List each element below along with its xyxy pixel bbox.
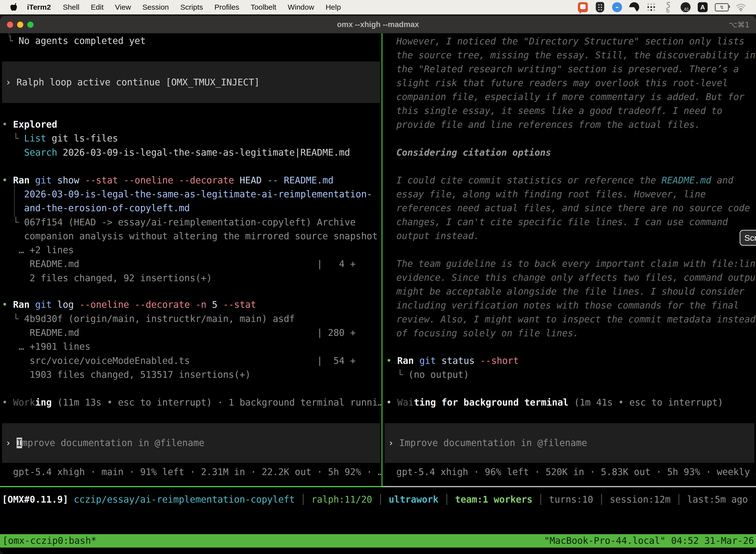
explored-search-line: Search 2026-03-09-is-legal-the-same-as-l… (2, 146, 350, 160)
git-log-output-3: … +1901 lines (2, 340, 90, 354)
left-pane[interactable]: └ No agents completed yet › Ralph loop a… (0, 33, 381, 486)
git-show-output-3: … +2 lines (2, 243, 74, 257)
menu-window[interactable]: Window (282, 3, 320, 11)
working-status-line: • Working (11m 13s • esc to interrupt) ·… (2, 396, 381, 409)
text-cursor: I (17, 438, 22, 448)
omx-version: [OMX#0.11.9] (2, 494, 68, 505)
thinking-paragraph-line: evidence. Since this change only affects… (396, 271, 756, 285)
git-log-output-5: 1903 files changed, 513517 insertions(+) (2, 368, 251, 382)
tmux-status-bar: [omx-cczip0:bash* "MacBook-Pro-44.local"… (0, 534, 756, 548)
prompt-input-right[interactable]: › Improve documentation in @filename (385, 423, 754, 463)
menu-iterm2[interactable]: iTerm2 (21, 3, 57, 11)
thinking-paragraph-line: including verification notes with those … (396, 298, 739, 313)
timer-badge-icon[interactable]: ..61 (681, 2, 691, 12)
thinking-paragraph-line: the "Related research writing" section i… (396, 62, 739, 76)
crescent-pie-icon[interactable] (629, 2, 639, 12)
omx-session: session:12m (610, 494, 671, 505)
git-log-output-1: └ 4b9d30f (origin/main, instructkr/main,… (2, 312, 295, 326)
thinking-paragraph-line: references need actual files, and since … (396, 201, 750, 215)
explored-header: • Explored (2, 118, 57, 131)
thinking-paragraph-line: review. Also, I might want to inspect th… (396, 313, 756, 326)
omx-turns: turns:10 (549, 494, 593, 505)
pane-border-bottom-right (382, 486, 756, 487)
omx-mode: ultrawork (389, 494, 438, 505)
thinking-paragraph-line: essay file, along with finding root file… (396, 187, 706, 201)
git-show-arg-wrap1: 2026-03-09-is-legal-the-same-as-legitima… (2, 187, 372, 201)
git-show-arg-wrap2: and-the-erosion-of-copyleft.md (2, 201, 190, 215)
prompt-input-right-text: › Improve documentation in @filename (388, 436, 587, 450)
dots-grid-icon[interactable] (646, 2, 656, 12)
explored-list-line: └ List git ls-files (2, 131, 118, 146)
thinking-paragraph-line: output instead. (396, 229, 479, 243)
apple-menu-icon[interactable] (9, 2, 18, 12)
thinking-paragraph-line: I could cite commit statistics or refere… (396, 173, 734, 187)
wifi-icon[interactable] (736, 2, 746, 12)
thinking-paragraph-line: companion file, especially if more comme… (396, 90, 744, 104)
menu-shell[interactable]: Shell (57, 3, 85, 11)
prompt-input-left-text: › Improve documentation in @filename (5, 436, 204, 450)
menu-bar: iTerm2 Shell Edit View Session Scripts P… (0, 0, 756, 14)
tool-call-git-status: • Ran git status --short (386, 354, 519, 368)
menu-edit[interactable]: Edit (85, 3, 109, 11)
thinking-paragraph-line: this single essay, it seems like a good … (396, 104, 722, 118)
thinking-paragraph-line: might be acceptable alongside the file l… (396, 285, 744, 298)
window-title-bar[interactable]: omx --xhigh --madmax ⌥⌘1 (0, 16, 756, 33)
omx-team: team:1 workers (455, 494, 532, 505)
menu-status-area: ⌁ ..61 A ↯ (578, 2, 756, 12)
omx-last: last:5m ago (687, 494, 748, 505)
git-log-output-4: src/voice/voiceModeEnabled.ts | 54 + (2, 354, 356, 368)
tool-call-git-show: • Ran git show --stat --oneline --decora… (2, 173, 334, 187)
pane-divider[interactable] (381, 33, 382, 487)
bolt-badge-icon[interactable]: ⌁ (612, 2, 622, 12)
iterm2-window: omx --xhigh --madmax ⌥⌘1 └ No agents com… (0, 16, 756, 554)
keypad-shield-icon[interactable] (596, 2, 604, 12)
screen-share-overlay-button[interactable]: Scre (740, 230, 756, 246)
battery-icon[interactable]: ↯ (715, 3, 729, 11)
model-status-line-right: gpt-5.4 xhigh · 96% left · 520K in · 5.8… (396, 465, 756, 479)
input-source-icon[interactable]: A (698, 2, 708, 12)
pane-border-bottom-left (0, 486, 382, 487)
tailscale-icon[interactable] (663, 2, 674, 12)
waiting-status-line: • Waiting for background terminal (1m 41… (386, 396, 723, 409)
terminal-content: └ No agents completed yet › Ralph loop a… (0, 33, 756, 486)
menu-view[interactable]: View (109, 3, 137, 11)
screen-record-icon[interactable] (578, 2, 588, 12)
thinking-section-heading: Considering citation options (396, 146, 551, 160)
tmux-host-clock: "MacBook-Pro-44.local" 04:52 31-Mar-26 (544, 534, 756, 548)
thinking-paragraph-line: the source tree, missing the essay. Stil… (396, 48, 756, 62)
menu-session[interactable]: Session (137, 3, 175, 11)
omx-ralph-counter: ralph:11/20 (311, 494, 372, 505)
git-status-output: └ (no output) (386, 368, 469, 382)
prompt-input-left[interactable]: › Improve documentation in @filename (2, 423, 380, 463)
menu-scripts[interactable]: Scripts (175, 3, 209, 11)
omx-branch-path: cczip/essay/ai-reimplementation-copyleft (74, 494, 295, 505)
readme-link: README.md (662, 175, 711, 186)
git-show-output-1: └ 067f154 (HEAD -> essay/ai-reimplementa… (2, 215, 356, 229)
thinking-paragraph-line: of focusing solely on file lines. (396, 326, 579, 340)
right-pane[interactable]: However, I noticed the "Directory Struct… (383, 33, 756, 486)
menu-help[interactable]: Help (320, 3, 347, 11)
thinking-paragraph-line: However, I noticed the "Directory Struct… (396, 35, 744, 48)
window-title: omx --xhigh --madmax (0, 20, 756, 29)
omx-status-line: [OMX#0.11.9] cczip/essay/ai-reimplementa… (2, 493, 748, 507)
thinking-paragraph-line: The team guideline is to back every impo… (396, 257, 756, 271)
ralph-loop-line: › Ralph loop active continue [OMX_TMUX_I… (5, 75, 260, 89)
thinking-paragraph-line: provide file and line references from th… (396, 118, 700, 132)
git-log-output-2: README.md | 280 + (2, 326, 356, 340)
git-show-output-5: 2 files changed, 92 insertions(+) (2, 271, 212, 285)
no-agents-line: └ No agents completed yet (2, 34, 145, 48)
tool-call-git-log: • Ran git log --oneline --decorate -n 5 … (2, 298, 256, 312)
thinking-paragraph-line: changes, I can't cite specific file line… (396, 215, 728, 229)
thinking-paragraph-line: slight risk that future readers may over… (396, 76, 728, 90)
ralph-loop-box[interactable]: › Ralph loop active continue [OMX_TMUX_I… (2, 62, 380, 103)
git-show-output-2: companion analysis without altering the … (2, 229, 378, 243)
menu-toolbelt[interactable]: Toolbelt (245, 3, 282, 11)
desktop: { "colors": { "accent_green": "#47bd3d",… (0, 0, 756, 554)
menu-profiles[interactable]: Profiles (208, 3, 245, 11)
git-show-output-4: README.md | 4 + (2, 257, 356, 271)
tmux-window-tab[interactable]: [omx-cczip0:bash* (0, 534, 97, 548)
window-shortcut-badge: ⌥⌘1 (729, 20, 750, 29)
model-status-line-left: gpt-5.4 xhigh · main · 91% left · 2.31M … (2, 465, 381, 479)
